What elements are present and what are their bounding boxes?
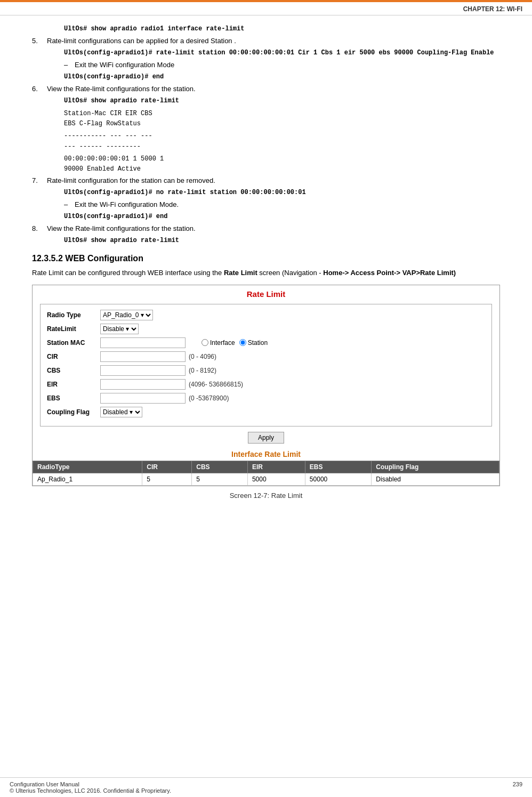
- chapter-header: CHAPTER 12: WI-FI: [0, 2, 532, 15]
- th-coupling-flag: Coupling Flag: [372, 461, 499, 473]
- screen-caption: Screen 12-7: Rate Limit: [32, 492, 500, 500]
- ratelimit-label: RateLimit: [47, 325, 100, 333]
- cir-input[interactable]: [100, 351, 186, 362]
- code-block-7: UltOs(config-apradio1)# no rate-limit st…: [64, 188, 500, 197]
- ebs-input[interactable]: [100, 393, 186, 404]
- th-cbs: CBS: [192, 461, 248, 473]
- eir-label: EIR: [47, 381, 100, 388]
- code-block-8: UltOs# show apradio rate-limit: [64, 236, 500, 245]
- form-row-cbs: CBS (0 - 8192): [47, 365, 485, 376]
- radio-type-label: Radio Type: [47, 311, 100, 319]
- cbs-label: CBS: [47, 367, 100, 374]
- station-radio[interactable]: [239, 339, 246, 346]
- list-item-6: 6. View the Rate-limit configurations fo…: [32, 85, 500, 93]
- interface-rate-limit-title: Interface Rate Limit: [33, 447, 499, 461]
- radio-group: Interface Station: [201, 339, 268, 347]
- web-intro: Rate Limit can be configured through WEB…: [32, 268, 500, 278]
- footer: Configuration User Manual © Ulterius Tec…: [0, 777, 532, 797]
- list-item-8: 8. View the Rate-limit configurations fo…: [32, 224, 500, 232]
- code-block-6: UltOs# show apradio rate-limit: [64, 96, 500, 106]
- th-cir: CIR: [142, 461, 192, 473]
- rate-limit-title: Rate Limit: [33, 285, 499, 302]
- footer-right: 239: [513, 781, 522, 794]
- top-code-block: UltOs# show apradio radio1 interface rat…: [64, 24, 500, 34]
- cbs-input[interactable]: [100, 365, 186, 376]
- code-block-7b: UltOs(config-apradio1)# end: [64, 212, 500, 221]
- form-row-station-mac: Station MAC Interface Station: [47, 337, 485, 348]
- form-row-radio-type: Radio Type AP_Radio_0 ▾: [47, 310, 485, 320]
- interface-radio[interactable]: [201, 339, 208, 346]
- footer-left: Configuration User Manual © Ulterius Tec…: [10, 781, 171, 794]
- station-mac-input[interactable]: [100, 337, 186, 348]
- dash-item-7: – Exit the Wi-Fi configuration Mode.: [64, 200, 500, 208]
- cbs-hint: (0 - 8192): [189, 367, 216, 374]
- mono-table: Station-Mac CIR EIR CBS EBS C-Flag RowSt…: [64, 109, 500, 174]
- cir-label: CIR: [47, 353, 100, 360]
- rate-limit-form: Radio Type AP_Radio_0 ▾ RateLimit Disabl…: [40, 304, 492, 426]
- eir-hint: (4096- 536866815): [189, 381, 243, 388]
- coupling-flag-label: Coupling Flag: [47, 408, 100, 416]
- form-row-ratelimit: RateLimit Disable ▾: [47, 324, 485, 334]
- list-item-7: 7. Rate-limit configuration for the stat…: [32, 176, 500, 184]
- th-eir: EIR: [247, 461, 305, 473]
- rate-limit-container: Rate Limit Radio Type AP_Radio_0 ▾ RateL…: [32, 285, 500, 486]
- section-heading: 12.3.5.2 WEB Configuration: [32, 254, 500, 263]
- eir-input[interactable]: [100, 379, 186, 390]
- dash-item-5: – Exit the WiFi configuration Mode: [64, 61, 500, 69]
- station-radio-option[interactable]: Station: [239, 339, 268, 347]
- interface-radio-option[interactable]: Interface: [201, 339, 235, 347]
- th-radiotype: RadioType: [33, 461, 142, 473]
- station-mac-label: Station MAC: [47, 339, 100, 347]
- form-row-ebs: EBS (0 -53678900): [47, 393, 485, 404]
- apply-btn-row: Apply: [33, 432, 499, 444]
- ebs-hint: (0 -53678900): [189, 395, 229, 402]
- chapter-header-text: CHAPTER 12: WI-FI: [463, 5, 522, 13]
- radio-type-select[interactable]: AP_Radio_0 ▾: [100, 310, 153, 320]
- list-item-5: 5. Rate-limit configurations can be appl…: [32, 37, 500, 45]
- form-row-coupling-flag: Coupling Flag Disabled ▾: [47, 407, 485, 417]
- form-row-cir: CIR (0 - 4096): [47, 351, 485, 362]
- apply-button[interactable]: Apply: [248, 432, 284, 444]
- code-block-5b: UltOs(config-apradio)# end: [64, 72, 500, 82]
- table-row: Ap_Radio_155500050000Disabled: [33, 473, 499, 485]
- ratelimit-select[interactable]: Disable ▾: [100, 324, 139, 334]
- data-table: RadioType CIR CBS EIR EBS Coupling Flag …: [33, 461, 499, 486]
- main-content: UltOs# show apradio radio1 interface rat…: [0, 15, 532, 513]
- code-block-5: UltOs(config-apradio1)# rate-limit stati…: [64, 48, 500, 58]
- table-header-row: RadioType CIR CBS EIR EBS Coupling Flag: [33, 461, 499, 473]
- ebs-label: EBS: [47, 395, 100, 402]
- th-ebs: EBS: [305, 461, 371, 473]
- cir-hint: (0 - 4096): [189, 353, 216, 360]
- form-row-eir: EIR (4096- 536866815): [47, 379, 485, 390]
- coupling-flag-select[interactable]: Disabled ▾: [100, 407, 142, 417]
